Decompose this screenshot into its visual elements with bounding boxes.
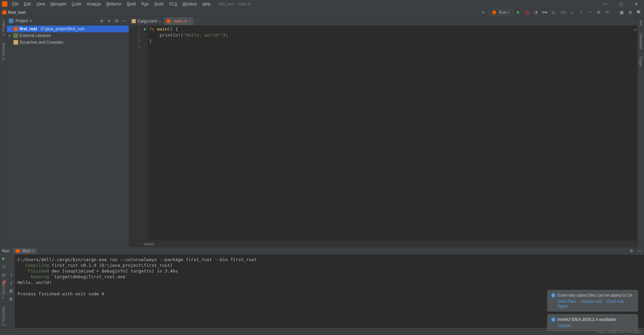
maximize-button[interactable]: ▢ — [613, 0, 629, 8]
toml-icon — [132, 19, 136, 23]
rust-icon — [16, 249, 20, 253]
menu-help[interactable]: Help — [200, 2, 213, 6]
expander-icon[interactable]: ▸ — [9, 27, 12, 31]
stop-button[interactable] — [1, 264, 6, 269]
stop-button[interactable] — [550, 9, 556, 15]
menu-run[interactable]: Run — [139, 2, 152, 6]
close-button[interactable]: ✕ — [629, 0, 644, 8]
up-icon[interactable]: ↑ — [8, 256, 14, 261]
close-icon[interactable]: × — [188, 19, 190, 23]
search-icon[interactable]: 🔍 — [636, 9, 642, 15]
notif-link-update[interactable]: Update... — [558, 323, 574, 328]
project-view-icon — [9, 18, 13, 23]
run-window-title: Run: — [2, 249, 10, 253]
rust-icon — [13, 27, 18, 31]
minimize-button[interactable]: — — [598, 0, 613, 8]
tool-database-tab[interactable]: Database — [639, 31, 643, 51]
gear-icon[interactable]: ⚙ — [629, 248, 634, 254]
run-toolbar-secondary: ↑ ↓ ⤸ ⤓ 🖶 🗑 — [7, 255, 15, 328]
notification-update: i IntelliJ IDEA 2020.2.4 available Updat… — [547, 314, 638, 331]
tool-ant-tab[interactable]: Ant — [639, 18, 643, 28]
tab-cargo-toml[interactable]: Cargo.toml × — [129, 17, 164, 25]
tool-project-tab[interactable]: 1: Project — [1, 18, 5, 38]
line-number-gutter[interactable]: 1234 — [129, 26, 142, 240]
menu-navigate[interactable]: Navigate — [48, 2, 69, 6]
git-label: Git: — [560, 10, 567, 15]
notif-link-view-files[interactable]: View Files — [558, 299, 576, 304]
project-pane-header: Project ▾ ⊕ ≑ ⚙ — — [7, 17, 129, 25]
soft-wrap-icon[interactable]: ⤸ — [8, 272, 14, 278]
git-history-icon[interactable]: ⟳ — [596, 9, 602, 15]
project-tree: ▸ first_rust D:\java_project\first_rust … — [7, 25, 129, 247]
tree-root[interactable]: ▸ first_rust D:\java_project\first_rust — [7, 26, 129, 32]
locate-icon[interactable]: ⊕ — [99, 18, 104, 24]
rust-icon — [2, 10, 7, 15]
scroll-to-end-icon[interactable]: ⤓ — [8, 280, 14, 286]
menu-file[interactable]: File — [9, 2, 21, 6]
window-controls: — ▢ ✕ — [598, 0, 644, 8]
library-icon — [13, 33, 18, 38]
tab-main-rs[interactable]: main.rs × — [164, 17, 194, 25]
run-window-header: Run: Run × ⚙ — — [0, 247, 644, 255]
navigation-bar: first_rust ↖ Run ▾ 🐞 ◔ ⟳▾ Git: ↙ ✓ ↗ ⟳ ↶… — [0, 8, 644, 17]
tool-cargo-tab[interactable]: Cargo — [639, 54, 643, 69]
tool-favorites-tab[interactable]: 2: Favorites — [1, 304, 5, 328]
notif-link-always-add[interactable]: Always Add — [581, 299, 602, 304]
menu-vcs[interactable]: VCS — [166, 2, 180, 6]
menu-window[interactable]: Window — [180, 2, 200, 6]
clear-icon[interactable]: 🗑 — [8, 296, 14, 302]
inspection-ok-icon[interactable]: ✔ — [634, 27, 637, 33]
main-split: 1: Project 0: Commit Project ▾ ⊕ ≑ ⚙ — ▸… — [0, 17, 644, 247]
menu-view[interactable]: View — [34, 2, 48, 6]
search-everywhere-icon[interactable]: ⧉ — [627, 9, 633, 15]
tree-root-path: D:\java_project\first_rust — [41, 27, 84, 31]
tree-external-libraries[interactable]: ▸ External Libraries — [7, 32, 129, 39]
run-tab[interactable]: Run × — [13, 248, 36, 254]
git-push-icon[interactable]: ↗ — [587, 9, 593, 15]
profile-button[interactable]: ⟳▾ — [542, 9, 548, 15]
menu-code[interactable]: Code — [69, 2, 84, 6]
hide-icon[interactable]: — — [121, 18, 127, 24]
scratch-icon — [13, 40, 18, 45]
coverage-button[interactable]: ◔ — [533, 9, 539, 15]
print-icon[interactable]: 🖶 — [8, 288, 14, 294]
down-icon[interactable]: ↓ — [8, 264, 14, 269]
tool-commit-tab[interactable]: 0: Commit — [1, 41, 5, 62]
git-rollback-icon[interactable]: ↶ — [604, 9, 610, 15]
code-editor[interactable]: fn main() { println!("Hello, world!"); }… — [148, 26, 637, 240]
tree-scratches[interactable]: Scratches and Consoles — [7, 39, 129, 46]
git-update-icon[interactable]: ↙ — [569, 9, 575, 15]
git-commit-icon[interactable]: ✓ — [578, 9, 584, 15]
debug-button[interactable]: 🐞 — [524, 9, 530, 15]
info-icon: i — [551, 317, 556, 322]
ide-errors-icon[interactable]: ▦ — [618, 9, 625, 15]
tab-label: Cargo.toml — [137, 19, 157, 24]
menu-refactor[interactable]: Refactor — [104, 2, 124, 6]
editor-body[interactable]: 1234 fn main() { println!("Hello, world!… — [129, 26, 637, 240]
chevron-down-icon[interactable]: ▾ — [30, 18, 32, 23]
editor-breadcrumb[interactable]: main() — [129, 240, 637, 247]
back-icon[interactable]: ↖ — [480, 9, 486, 15]
menu-analyze[interactable]: Analyze — [84, 2, 104, 6]
menu-tools[interactable]: Tools — [152, 2, 166, 6]
left-status-gutter — [3, 331, 9, 332]
run-line-marker[interactable] — [142, 26, 148, 32]
menu-edit[interactable]: Edit — [21, 2, 34, 6]
menu-bar: File Edit View Navigate Code Analyze Ref… — [0, 0, 644, 8]
project-pane-title[interactable]: Project — [15, 18, 28, 23]
rerun-button[interactable] — [1, 256, 6, 261]
run-button[interactable] — [515, 9, 521, 15]
gear-icon[interactable]: ⚙ — [114, 18, 119, 24]
layout-icon[interactable]: ⇄ — [1, 272, 6, 278]
tree-root-name: first_rust — [19, 27, 37, 31]
tool-structure-tab[interactable]: 7: Structure — [1, 278, 5, 301]
close-icon[interactable]: × — [31, 249, 34, 253]
expand-all-icon[interactable]: ≑ — [106, 18, 112, 24]
breadcrumb[interactable]: first_rust — [8, 10, 26, 15]
run-configuration-selector[interactable]: Run ▾ — [489, 9, 513, 15]
editor-tabs: Cargo.toml × main.rs × — [129, 17, 637, 26]
close-icon[interactable]: × — [159, 19, 161, 23]
menu-build[interactable]: Build — [124, 2, 139, 6]
expander-icon[interactable]: ▸ — [9, 33, 12, 38]
hide-icon[interactable]: — — [637, 248, 642, 254]
